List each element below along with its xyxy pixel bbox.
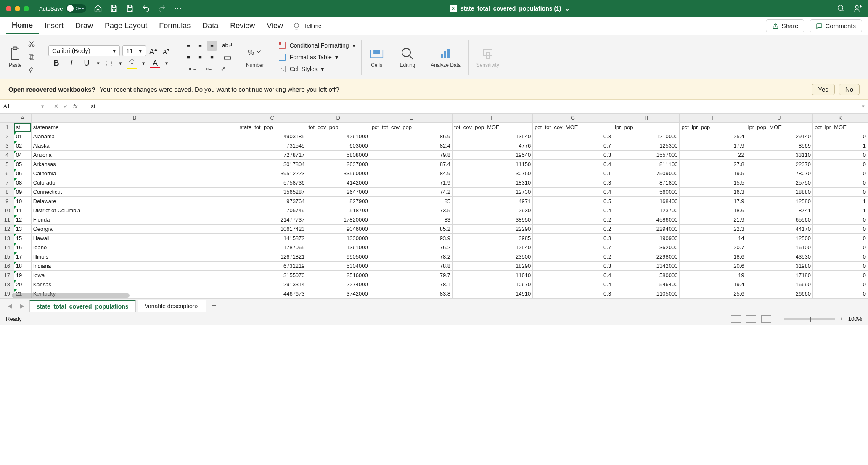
cell[interactable]: Arkansas (31, 160, 238, 169)
chevron-down-icon[interactable]: ⌄ (565, 5, 570, 12)
cell[interactable]: 19.4 (680, 280, 746, 289)
column-header[interactable]: I (680, 114, 746, 123)
cell[interactable]: 0 (812, 225, 868, 234)
cell[interactable]: 0 (812, 178, 868, 188)
cell[interactable]: 3985 (453, 234, 533, 243)
save-as-icon[interactable] (126, 4, 134, 13)
cell[interactable]: 18290 (453, 262, 533, 271)
cell[interactable]: 19.5 (680, 169, 746, 178)
analyze-data-button[interactable]: Analyze Data (429, 45, 462, 70)
tab-data[interactable]: Data (196, 18, 224, 34)
cell[interactable]: 14 (680, 234, 746, 243)
cell[interactable]: 18.6 (680, 206, 746, 215)
tab-page-layout[interactable]: Page Layout (99, 18, 153, 34)
cell[interactable]: 82.4 (370, 141, 452, 151)
font-name-select[interactable]: Calibri (Body)▾ (48, 45, 120, 56)
merge-icon[interactable] (223, 53, 232, 63)
cell[interactable]: 22.3 (680, 225, 746, 234)
cell[interactable]: 71.9 (370, 178, 452, 188)
recovered-no-button[interactable]: No (839, 84, 860, 95)
cell[interactable]: 3565287 (238, 188, 307, 197)
cell[interactable]: 12730 (453, 188, 533, 197)
increase-font-icon[interactable]: A▴ (148, 45, 159, 56)
align-middle-icon[interactable]: ≡ (195, 41, 205, 51)
cell[interactable]: 3017804 (238, 160, 307, 169)
underline-button[interactable]: U (82, 59, 92, 68)
cell[interactable]: 0.7 (533, 243, 613, 252)
cell[interactable]: 0.5 (533, 197, 613, 206)
cells-button[interactable]: Cells (368, 45, 386, 70)
cell[interactable]: 05 (14, 160, 31, 169)
cut-icon[interactable] (27, 39, 36, 48)
cell[interactable]: 0.3 (533, 289, 613, 299)
column-header[interactable]: K (812, 114, 868, 123)
cell[interactable]: 86.9 (370, 132, 452, 141)
cell[interactable]: 13540 (453, 132, 533, 141)
cell[interactable]: 1 (812, 197, 868, 206)
fill-color-icon[interactable] (127, 58, 137, 69)
cell[interactable]: 21477737 (238, 215, 307, 225)
cell[interactable]: 2298000 (613, 252, 680, 262)
border-dropdown[interactable]: ▾ (119, 60, 122, 66)
tell-me[interactable]: Tell me (292, 22, 321, 30)
cell[interactable]: 22290 (453, 225, 533, 234)
zoom-in-button[interactable]: + (840, 316, 843, 322)
cell[interactable]: Indiana (31, 262, 238, 271)
cell[interactable]: 0.3 (533, 178, 613, 188)
cell[interactable]: 83.8 (370, 289, 452, 299)
sheet-prev-icon[interactable]: ◀ (4, 303, 15, 309)
row-header[interactable]: 2 (0, 132, 14, 141)
row-header[interactable]: 6 (0, 169, 14, 178)
cell[interactable]: 1 (812, 206, 868, 215)
autosave-toggle[interactable]: AutoSave OFF (39, 4, 86, 13)
cell[interactable]: 11150 (453, 160, 533, 169)
cell[interactable]: 5808000 (307, 151, 370, 160)
cell[interactable]: st (14, 123, 31, 132)
cell[interactable]: 4142000 (307, 178, 370, 188)
cell[interactable]: 78070 (746, 169, 812, 178)
cell[interactable]: Colorado (31, 178, 238, 188)
cell[interactable]: 10670 (453, 280, 533, 289)
tab-draw[interactable]: Draw (69, 18, 99, 34)
sheet-next-icon[interactable]: ▶ (17, 303, 28, 309)
cell[interactable]: Georgia (31, 225, 238, 234)
cell[interactable]: 0 (812, 132, 868, 141)
cell[interactable]: 21.9 (680, 215, 746, 225)
cell[interactable]: tot_cov_pop_MOE (453, 123, 533, 132)
save-icon[interactable] (110, 4, 118, 13)
cell[interactable]: 5304000 (307, 262, 370, 271)
cell[interactable]: 7278717 (238, 151, 307, 160)
cell[interactable]: 0 (812, 289, 868, 299)
cell[interactable]: 25.6 (680, 289, 746, 299)
toggle-switch[interactable]: OFF (66, 4, 86, 13)
cell[interactable]: 0.1 (533, 169, 613, 178)
cell[interactable]: 83 (370, 215, 452, 225)
cell[interactable]: 1557000 (613, 151, 680, 160)
cell[interactable]: 16 (14, 243, 31, 252)
zoom-level[interactable]: 100% (848, 316, 862, 322)
cell[interactable]: 29140 (746, 132, 812, 141)
cell[interactable]: 15 (14, 234, 31, 243)
cell[interactable]: 65560 (746, 215, 812, 225)
cell[interactable]: 0.4 (533, 280, 613, 289)
copy-icon[interactable] (27, 53, 36, 62)
cell[interactable]: 0 (812, 271, 868, 280)
cell[interactable]: 0.2 (533, 252, 613, 262)
cell[interactable]: 1330000 (307, 234, 370, 243)
cell[interactable]: 190900 (613, 234, 680, 243)
cell[interactable]: 0.2 (533, 225, 613, 234)
cell[interactable]: 0.2 (533, 215, 613, 225)
normal-view-icon[interactable] (731, 315, 741, 323)
cell-styles-button[interactable]: Cell Styles ▾ (278, 64, 324, 74)
sheet-tab-variable-descriptions[interactable]: Variable descriptions (138, 300, 206, 312)
cell[interactable]: Illinois (31, 252, 238, 262)
cell[interactable]: 4971 (453, 197, 533, 206)
cell[interactable]: 871800 (613, 178, 680, 188)
cell[interactable]: 0.3 (533, 151, 613, 160)
cell[interactable]: 0 (812, 252, 868, 262)
cell[interactable]: 79.8 (370, 151, 452, 160)
cell[interactable]: ipr_pop_MOE (746, 123, 812, 132)
tab-review[interactable]: Review (224, 18, 261, 34)
cell[interactable]: 85 (370, 197, 452, 206)
cell[interactable]: 0 (812, 215, 868, 225)
